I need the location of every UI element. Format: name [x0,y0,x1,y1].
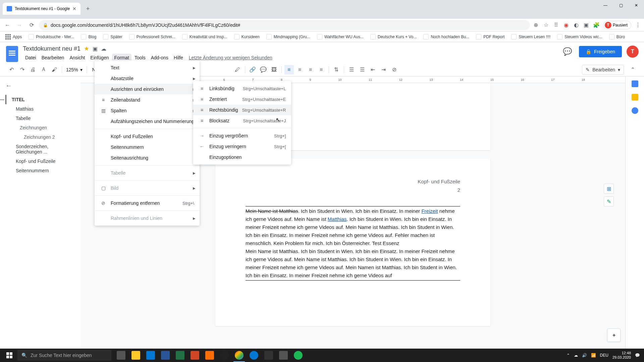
add-comment-button[interactable]: ⊞ [604,184,614,194]
bookmark-item[interactable]: Mindmapping (Gru... [264,33,313,41]
decrease-indent-button[interactable]: ⇤ [368,65,378,74]
reload-button[interactable]: ⟳ [27,20,36,30]
tray-wifi-icon[interactable]: 📶 [591,353,596,358]
spotify-icon[interactable] [291,349,305,362]
suggest-edit-button[interactable]: ✎ [604,196,614,206]
tray-clock[interactable]: 12:48 29.03.2020 [612,351,631,360]
line-spacing-button[interactable]: ⇅ [332,65,341,74]
outline-item[interactable]: Zeichnungen [5,123,75,132]
bookmark-star-icon[interactable]: ☆ [543,22,549,28]
menu-item[interactable]: Ausrichten und einrücken▶ [95,84,200,95]
redo-button[interactable]: ↷ [17,65,27,74]
submenu-item[interactable]: ≡LinksbündigStrg+Umschalttaste+L [193,83,291,94]
zoom-select[interactable]: 125%▾ [65,66,84,73]
maximize-button[interactable]: ▢ [613,0,629,11]
notifications-icon[interactable]: 💬 [635,353,640,358]
tray-volume-icon[interactable]: 🔊 [582,353,587,358]
bookmark-item[interactable]: Später [100,33,125,41]
align-left-button[interactable]: ≡ [284,65,294,74]
chrome-icon[interactable] [232,349,246,362]
menu-item[interactable]: ⊘Formatierung entfernenStrg+\ [95,198,200,208]
tray-language[interactable]: DEU [600,353,608,358]
submenu-item[interactable]: ←Einzug verringernStrg+[ [193,141,291,152]
apps-button[interactable]: Apps [3,33,24,41]
move-folder-icon[interactable]: ▣ [93,46,98,52]
zoom-icon[interactable]: ⊕ [533,22,539,28]
submenu-item[interactable]: ≡BlocksatzStrg+Umschalttaste+J [193,115,291,126]
collapse-toolbar-button[interactable]: ⌃ [628,65,637,74]
bookmark-item[interactable]: Büro [606,33,628,41]
outline-item[interactable]: Sonderzeichen, Gleichungen ... [5,142,75,157]
bookmark-item[interactable]: PDF Report [473,33,507,41]
bookmark-item[interactable]: Professionell Schrei... [126,33,178,41]
powerpoint-icon[interactable] [188,349,202,362]
bookmark-item[interactable]: Kreativität und Insp... [179,33,230,41]
outline-close-button[interactable]: ← [5,82,12,89]
bookmark-item[interactable]: Produktsuche - Mer... [26,33,77,41]
url-input[interactable]: 🔒 docs.google.com/document/d/1hUH8k6h7Lb… [39,20,530,30]
bookmark-item[interactable]: Blog [78,33,99,41]
edge-icon[interactable] [144,349,158,362]
comments-button[interactable]: 💬 [561,45,574,58]
extension-icon-1[interactable]: ◉ [563,22,570,28]
task-view-button[interactable] [114,349,128,362]
menu-item[interactable]: Absatzstile▶ [95,73,200,84]
highlight-color-button[interactable]: 🖊 [233,65,242,74]
share-button[interactable]: 🔒 Freigeben [579,46,622,57]
app-icon-2[interactable] [262,349,276,362]
submenu-item[interactable]: Einzugoptionen [193,152,291,163]
word-icon[interactable] [158,349,172,362]
edge-new-icon[interactable] [247,349,261,362]
outline-item[interactable]: Matthias [5,104,75,114]
align-right-button[interactable]: ≡ [306,65,315,74]
menu-item[interactable]: ≡Zeilenabstand▶ [95,95,200,105]
page-header[interactable]: Kopf- und Fußzeile [246,179,460,184]
edit-mode-button[interactable]: ✎ Bearbeiten ▾ [582,65,624,75]
increase-indent-button[interactable]: ⇥ [379,65,388,74]
numbered-list-button[interactable]: ☰ [347,65,356,74]
excel-icon[interactable] [173,349,187,362]
outline-item[interactable]: Kopf- und Fußzeile [5,157,75,166]
menu-item[interactable]: Seitenausrichtung [95,153,200,163]
submenu-item[interactable]: →Einzug vergrößernStrg+] [193,130,291,141]
menu-bearbeiten[interactable]: Bearbeiten [39,54,67,62]
bookmark-item[interactable]: Wahlfächer WU Aus... [314,33,366,41]
menu-datei[interactable]: Datei [23,54,39,62]
app-icon[interactable] [203,349,217,362]
paint-format-button[interactable]: 🖌 [50,65,59,74]
profile-avatar[interactable]: T [627,46,639,58]
clear-formatting-button[interactable]: ⊘ [390,65,399,74]
menu-ansicht[interactable]: Ansicht [67,54,87,62]
explore-button[interactable]: ✦ [607,328,621,342]
windows-search[interactable]: 🔍 Zur Suche Text hier eingeben [17,350,111,361]
menu-item[interactable]: Aufzählungszeichen und Nummerierung▶ [95,116,200,127]
close-window-button[interactable]: ✕ [629,0,644,11]
bookmark-item[interactable]: Steuern Lesen !!!! [508,33,553,41]
menu-item[interactable]: Kopf- und Fußzeilen [95,131,200,142]
document-text[interactable]: Mein Name ist Matthias. Ich bin Student … [246,206,460,281]
browser-tab[interactable]: Textdokument neu #1 - Google ✕ [3,3,80,15]
tray-cloud-icon[interactable]: ☁ [574,353,578,358]
docs-logo[interactable] [5,45,19,63]
cloud-status-icon[interactable]: ☁ [101,46,106,52]
forward-button[interactable]: → [15,20,24,30]
outline-item[interactable]: Zeichnungen 2 [5,132,75,142]
link-matthias[interactable]: Matthias [328,216,347,222]
bookmark-item[interactable]: Kursideen [231,33,262,41]
bookmark-item[interactable]: Steuern Videos wic... [554,33,605,41]
print-button[interactable]: 🖨 [28,65,38,74]
tasks-icon[interactable] [632,107,638,114]
minimize-button[interactable]: — [598,0,613,11]
align-center-button[interactable]: ≡ [295,65,305,74]
spellcheck-button[interactable]: Ａ [39,65,48,74]
obs-icon[interactable] [217,349,231,362]
translate-icon[interactable]: ⠿ [553,22,559,28]
menu-item[interactable]: ▥Spalten▶ [95,105,200,116]
insert-image-button[interactable]: 🖼 [269,65,279,74]
app-icon-3[interactable] [276,349,290,362]
menu-item[interactable]: Text▶ [95,62,200,73]
insert-link-button[interactable]: 🔗 [248,65,257,74]
extension-icon-2[interactable]: ◐ [573,22,580,28]
bookmark-item[interactable]: Noch hochladen Bu... [421,33,472,41]
tray-chevron-icon[interactable]: ⌃ [567,353,570,358]
